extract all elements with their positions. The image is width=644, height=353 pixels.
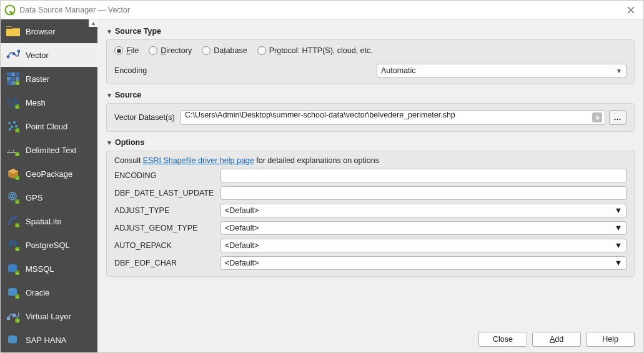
sidebar-item-label: GeoPackage	[26, 169, 72, 179]
sidebar-item-mesh[interactable]: + Mesh	[1, 91, 97, 114]
svg-text:+: +	[16, 295, 19, 299]
opt-label-dbf-date: DBF_DATE_LAST_UPDATE	[114, 189, 214, 197]
vector-dataset-input[interactable]: C:\Users\Admin\Desktop\summer-school-dat…	[181, 110, 605, 125]
section-title-text: Source	[115, 91, 141, 99]
mssql-icon: +	[6, 261, 21, 276]
spatialite-icon: +	[6, 214, 21, 229]
source-type-radios: File Directory Database Protocol: HTTP(S…	[114, 46, 627, 55]
sidebar-item-raster[interactable]: + Raster	[1, 67, 97, 91]
sap-hana-icon	[6, 332, 21, 347]
sidebar-item-label: SpatiaLite	[26, 217, 62, 226]
postgresql-icon: +	[6, 237, 21, 252]
svg-text:,: ,	[8, 145, 10, 152]
main-layout: ▴ Browser Vector + Raster	[1, 19, 643, 353]
radio-database[interactable]: Database	[202, 46, 247, 55]
sidebar-item-label: MSSQL	[26, 264, 54, 274]
svg-point-6	[17, 50, 20, 53]
svg-text:+: +	[16, 247, 19, 252]
sidebar-item-gps[interactable]: + GPS	[1, 186, 97, 209]
opt-label-auto-repack: AUTO_REPACK	[114, 241, 214, 250]
window-title: Data Source Manager — Vector	[19, 6, 130, 14]
sidebar-item-virtual-layer[interactable]: + Virtual Layer	[1, 304, 97, 328]
sidebar-item-mssql[interactable]: + MSSQL	[1, 257, 97, 281]
svg-rect-3	[6, 29, 20, 36]
sidebar-item-spatialite[interactable]: + SpatiaLite	[1, 209, 97, 233]
sidebar-item-vector[interactable]: Vector	[1, 43, 97, 67]
help-button[interactable]: Help	[586, 332, 635, 347]
svg-marker-2	[6, 26, 20, 29]
radio-file[interactable]: File	[114, 46, 139, 55]
svg-rect-10	[7, 77, 11, 81]
geopackage-icon: +	[6, 166, 21, 181]
opt-select-auto-repack[interactable]: <Default>▼	[220, 239, 627, 252]
clear-icon[interactable]	[592, 112, 602, 122]
radio-icon	[149, 46, 157, 55]
oracle-icon: +	[6, 285, 21, 300]
sidebar-item-sap-hana[interactable]: SAP HANA	[1, 328, 97, 352]
radio-icon	[202, 46, 211, 55]
window-close-icon[interactable]	[622, 1, 640, 19]
chevron-down-icon[interactable]: ▼	[106, 92, 112, 99]
section-title-text: Source Type	[115, 27, 161, 36]
gps-icon: +	[6, 190, 21, 205]
sidebar-item-point-cloud[interactable]: + Point Cloud	[1, 114, 97, 138]
svg-text:,: ,	[12, 145, 14, 152]
delimited-text-icon: ,,+	[6, 142, 21, 157]
source-panel: Vector Dataset(s) C:\Users\Admin\Desktop…	[106, 103, 635, 132]
radio-label: Protocol: HTTP(S), cloud, etc.	[269, 46, 373, 55]
svg-text:+: +	[16, 271, 19, 276]
chevron-down-icon[interactable]: ▼	[106, 28, 112, 35]
chevron-down-icon: ▼	[615, 224, 622, 232]
point-cloud-icon: +	[6, 119, 21, 134]
svg-rect-9	[16, 72, 19, 76]
sidebar-item-label: Raster	[26, 74, 49, 84]
options-section: ▼ Options Consult ESRI Shapefile driver …	[106, 138, 635, 277]
folder-icon	[6, 24, 21, 39]
encoding-label: Encoding	[114, 66, 364, 75]
opt-label-adjust-type: ADJUST_TYPE	[114, 206, 214, 215]
sidebar-item-postgresql[interactable]: + PostgreSQL	[1, 233, 97, 257]
opt-label-dbf-eof: DBF_EOF_CHAR	[114, 259, 214, 267]
svg-text:+: +	[16, 224, 19, 228]
radio-icon	[114, 46, 123, 55]
source-type-section: ▼ Source Type File Directory Database	[106, 27, 635, 84]
driver-help-link[interactable]: ESRI Shapefile driver help page	[143, 156, 254, 165]
chevron-down-icon[interactable]: ▼	[106, 139, 112, 146]
svg-text:+: +	[16, 319, 19, 323]
radio-protocol[interactable]: Protocol: HTTP(S), cloud, etc.	[257, 46, 373, 55]
opt-select-dbf-eof[interactable]: <Default>▼	[220, 256, 627, 270]
options-title: ▼ Options	[106, 138, 635, 147]
svg-rect-12	[16, 77, 19, 81]
sidebar-item-oracle[interactable]: + Oracle	[1, 281, 97, 304]
radio-label: Database	[214, 46, 247, 55]
sidebar-item-label: Mesh	[26, 98, 46, 107]
chevron-down-icon: ▼	[615, 206, 622, 215]
radio-directory[interactable]: Directory	[149, 46, 192, 55]
sidebar-item-geopackage[interactable]: + GeoPackage	[1, 162, 97, 186]
sidebar-item-label: Point Cloud	[26, 122, 67, 131]
opt-select-adjust-type[interactable]: <Default>▼	[220, 204, 627, 217]
opt-select-adjust-geom[interactable]: <Default>▼	[220, 221, 627, 235]
svg-rect-13	[7, 81, 11, 85]
sidebar-scroll-up[interactable]: ▴	[89, 19, 97, 27]
chevron-down-icon: ▼	[615, 241, 622, 250]
encoding-select[interactable]: Automatic ▼	[377, 64, 627, 77]
section-title-text: Options	[115, 138, 144, 147]
svg-point-23	[15, 125, 17, 127]
raster-icon: +	[6, 71, 21, 86]
svg-rect-11	[11, 77, 15, 81]
browse-button[interactable]: …	[609, 110, 627, 125]
vector-icon	[6, 47, 21, 62]
opt-input-dbf-date[interactable]	[220, 186, 627, 200]
svg-text:+: +	[16, 152, 19, 157]
add-button[interactable]: Add	[532, 332, 581, 347]
close-button[interactable]: Close	[478, 332, 527, 347]
sidebar-item-delimited-text[interactable]: ,,+ Delimited Text	[1, 138, 97, 162]
sidebar-item-label: SAP HANA	[26, 336, 67, 345]
sidebar-item-label: GPS	[26, 193, 42, 202]
source-section: ▼ Source Vector Dataset(s) C:\Users\Admi…	[106, 91, 635, 132]
source-type-panel: File Directory Database Protocol: HTTP(S…	[106, 39, 635, 84]
opt-input-encoding[interactable]	[220, 169, 627, 182]
sidebar-item-browser[interactable]: Browser	[1, 19, 97, 43]
virtual-layer-icon: +	[6, 309, 21, 324]
